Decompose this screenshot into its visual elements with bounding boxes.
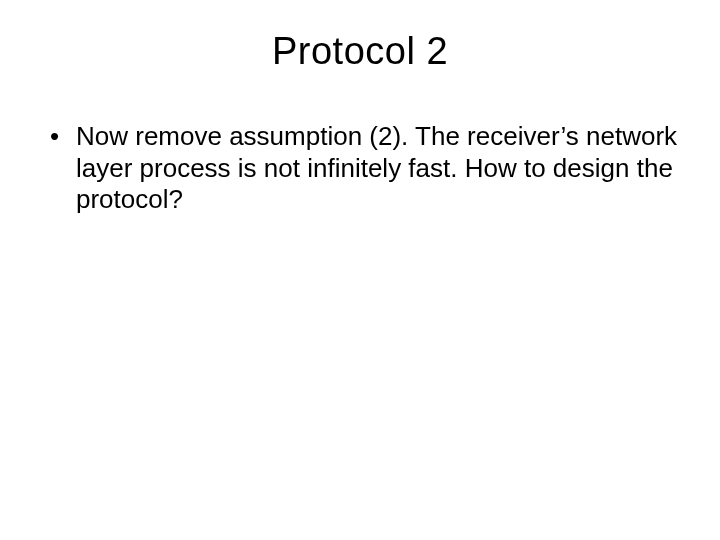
slide-title: Protocol 2: [36, 30, 684, 73]
bullet-list: Now remove assumption (2). The receiver’…: [36, 121, 684, 216]
slide-container: Protocol 2 Now remove assumption (2). Th…: [0, 0, 720, 540]
bullet-item: Now remove assumption (2). The receiver’…: [48, 121, 684, 216]
